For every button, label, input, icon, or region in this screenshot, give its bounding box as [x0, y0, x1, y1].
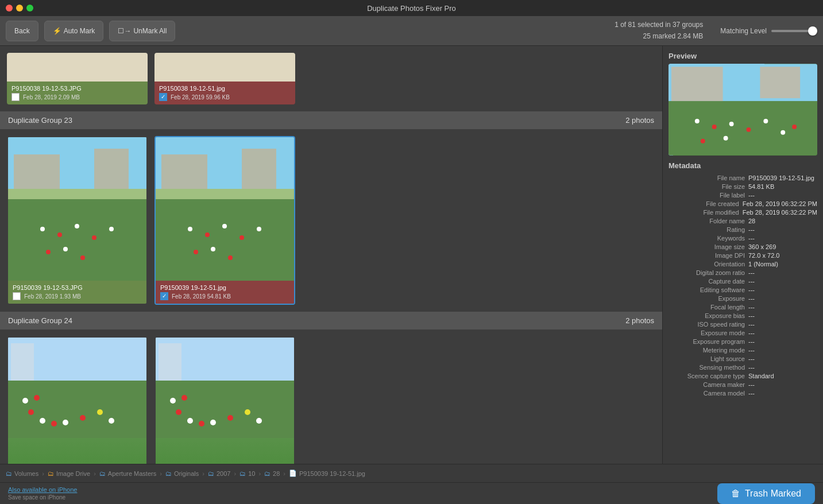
meta-label: Sensing method: [676, 364, 745, 371]
metadata-title: Metadata: [669, 161, 817, 170]
photo-thumb-partial: [7, 53, 148, 82]
field-svg-24-1: [8, 338, 146, 438]
metadata-row: Focal length---: [669, 304, 817, 311]
svg-point-29: [28, 409, 34, 415]
slider-thumb: [808, 26, 817, 36]
breadcrumb-10: 10: [248, 470, 255, 477]
minimize-button[interactable]: [16, 5, 23, 11]
toolbar: Back ⚡ Auto Mark ☐→ UnMark All 1 of 81 s…: [0, 16, 823, 46]
group-label-24: Duplicate Group 24: [8, 316, 72, 325]
trash-marked-button[interactable]: 🗑 Trash Marked: [717, 483, 815, 504]
date-size-23-2: Feb 28, 2019 54.81 KB: [172, 293, 231, 300]
matching-level-label: Matching Level: [720, 27, 767, 35]
checkbox-23-1[interactable]: [13, 292, 21, 300]
filename-23-1: P9150039 19-12-53.JPG: [13, 284, 142, 291]
svg-point-43: [199, 421, 204, 427]
meta-label: Camera model: [676, 390, 745, 397]
right-panel: Preview: [662, 46, 823, 464]
photo-card-23-1[interactable]: P9150039 19-12-53.JPG Feb 28, 2019 1.93 …: [7, 136, 148, 305]
metadata-row: Orientation1 (Normal): [669, 261, 817, 267]
metadata-row: File createdFeb 28, 2019 06:32:22 PM: [669, 200, 817, 207]
scroll-area[interactable]: P9150038 19-12-53.JPG Feb 28, 2019 2.09 …: [0, 46, 662, 464]
svg-point-30: [40, 418, 45, 424]
auto-mark-button[interactable]: ⚡ Auto Mark: [44, 21, 104, 41]
photo-bottom-23-1: P9150039 19-12-53.JPG Feb 28, 2019 1.93 …: [8, 281, 146, 304]
soccer-field-23-1: [8, 137, 146, 281]
metadata-row: Metering mode---: [669, 347, 817, 354]
photo-card-23-2[interactable]: P9150039 19-12-51.jpg ✓ Feb 28, 2019 54.…: [154, 136, 295, 305]
svg-rect-15: [156, 199, 294, 281]
wand-icon: ⚡: [53, 27, 61, 35]
close-button[interactable]: [6, 5, 13, 11]
metadata-row: Sensing method---: [669, 364, 817, 371]
footer-left: Also available on iPhone Save space on i…: [8, 486, 77, 501]
metadata-row: Exposure---: [669, 295, 817, 302]
group-header-24: Duplicate Group 24 2 photos: [0, 312, 662, 329]
save-space-text: Save space on iPhone: [8, 494, 77, 501]
photo-card-partial-2[interactable]: P9150038 19-12-51.jpg ✓ Feb 28, 2019 59.…: [154, 53, 295, 104]
metadata-row: Folder name28: [669, 218, 817, 224]
footer: Also available on iPhone Save space on i…: [0, 482, 823, 504]
sep7: ›: [283, 470, 285, 477]
photo-card-partial-1[interactable]: P9150038 19-12-53.JPG Feb 28, 2019 2.09 …: [7, 53, 148, 104]
folder-icon-28: 🗂: [264, 470, 271, 477]
photo-thumb-23-2: [156, 137, 294, 281]
svg-point-18: [188, 227, 192, 231]
photo-card-24-1[interactable]: [7, 336, 148, 464]
metadata-row: Image DPI72.0 x 72.0: [669, 252, 817, 259]
metadata-row: Exposure program---: [669, 338, 817, 345]
svg-point-33: [80, 415, 86, 421]
meta-label: Camera maker: [676, 381, 745, 388]
svg-rect-40: [159, 343, 181, 381]
iphone-link[interactable]: Also available on iPhone: [8, 486, 77, 493]
auto-mark-label: Auto Mark: [64, 27, 95, 35]
meta-value: ---: [748, 312, 817, 319]
photo-info-partial-2: P9150038 19-12-51.jpg ✓ Feb 28, 2019 59.…: [154, 82, 295, 104]
svg-rect-27: [8, 381, 146, 438]
photo-thumb-24-1: [8, 338, 146, 464]
field-svg-23-1: [8, 137, 146, 281]
sep1: ›: [42, 470, 44, 477]
soccer-field-24-1: [8, 338, 146, 464]
svg-point-24: [211, 247, 215, 251]
metadata-row: Camera model---: [669, 390, 817, 397]
meta-label: File created: [670, 200, 739, 207]
svg-rect-52: [671, 67, 723, 101]
checkbox-23-2[interactable]: ✓: [160, 292, 168, 300]
trash-icon: 🗑: [731, 489, 740, 499]
date-size-23-1: Feb 28, 2019 1.93 MB: [24, 293, 81, 300]
svg-point-5: [40, 227, 45, 231]
filename-partial-1: P9150038 19-12-53.JPG: [11, 85, 143, 92]
photo-info-partial-1: P9150038 19-12-53.JPG Feb 28, 2019 2.09 …: [7, 82, 148, 104]
meta-value: ---: [748, 192, 817, 199]
breadcrumb-bar: 🗂 Volumes › 🗂 Image Drive › 🗂 Aperture M…: [0, 464, 823, 482]
meta-value: ---: [748, 295, 817, 302]
checkbox-partial-1[interactable]: [11, 93, 20, 101]
metadata-row: File size54.81 KB: [669, 183, 817, 190]
folder-icon-10: 🗂: [239, 470, 246, 477]
folder-icon-originals: 🗂: [165, 470, 172, 477]
partial-group: P9150038 19-12-53.JPG Feb 28, 2019 2.09 …: [0, 46, 662, 111]
maximize-button[interactable]: [26, 5, 33, 11]
meta-value: ---: [748, 278, 817, 285]
breadcrumb-originals: Originals: [174, 470, 199, 477]
meta-label: Exposure bias: [676, 312, 745, 319]
photo-row-partial-2: ✓ Feb 28, 2019 59.96 KB: [159, 93, 291, 101]
group-photos-24: [0, 329, 662, 464]
svg-point-25: [228, 255, 233, 260]
metadata-row: ISO speed rating---: [669, 321, 817, 328]
matching-level-slider[interactable]: [771, 30, 817, 32]
unmark-all-button[interactable]: ☐→ UnMark All: [109, 21, 175, 41]
main-container: P9150038 19-12-53.JPG Feb 28, 2019 2.09 …: [0, 46, 823, 464]
meta-value: ---: [748, 347, 817, 354]
photo-card-24-2[interactable]: [154, 336, 295, 464]
meta-label: File modified: [670, 209, 739, 216]
back-button[interactable]: Back: [6, 21, 38, 41]
meta-label: ISO speed rating: [676, 321, 745, 328]
window-title: Duplicate Photos Fixer Pro: [367, 4, 456, 13]
svg-rect-53: [760, 67, 800, 98]
checkbox-partial-2[interactable]: ✓: [159, 93, 167, 101]
metadata-row: Editing software---: [669, 286, 817, 293]
svg-rect-39: [156, 381, 294, 438]
metadata-row: Rating---: [669, 226, 817, 233]
